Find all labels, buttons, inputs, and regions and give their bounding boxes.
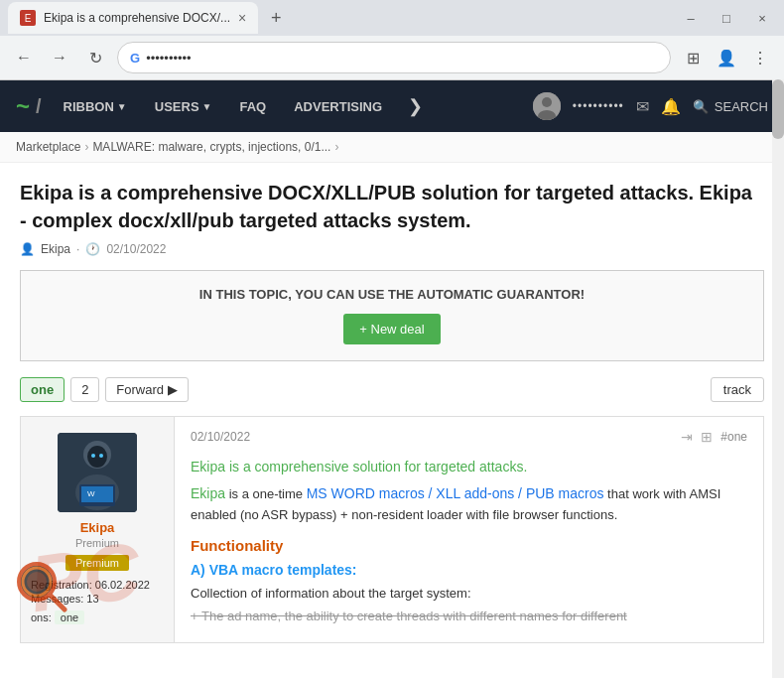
breadcrumb-marketplace[interactable]: Marketplace — [16, 140, 80, 154]
extensions-button[interactable]: ⊞ — [679, 49, 707, 68]
post-date: 02/10/2022 — [106, 242, 166, 256]
post-timestamp: 02/10/2022 — [191, 430, 250, 444]
tab-right-controls: – □ × — [677, 11, 776, 26]
username-dots: •••••••••• — [573, 99, 624, 113]
forward-button[interactable]: → — [46, 44, 73, 71]
functionality-section-title: Functionality — [191, 537, 747, 554]
clock-icon: 🕐 — [85, 242, 100, 256]
breadcrumb-malware: MALWARE: malware, crypts, injections, 0/… — [92, 140, 330, 154]
vba-subsection-title: A) VBA macro templates: — [191, 562, 747, 578]
post-title: Ekipa is a comprehensive DOCX/XLL/PUB so… — [20, 179, 764, 234]
url-text: •••••••••• — [146, 51, 658, 66]
post-green-line2: Ekipa is a one-time MS WORD macros / XLL… — [191, 483, 747, 525]
forum-post: W Ekipa Premium Premium Registration: 06… — [20, 416, 764, 643]
site-header: ~ / RIBBON ▼ USERS ▼ FAQ ADVERTISING ❯ — [0, 80, 784, 132]
google-favicon: G — [130, 51, 140, 66]
premium-badge: Premium — [65, 555, 129, 571]
username-label[interactable]: Ekipa — [80, 520, 115, 535]
maximize-button[interactable]: □ — [713, 11, 740, 26]
post-content-area: 02/10/2022 ⇥ ⊞ #one Ekipa is a comprehen… — [175, 417, 763, 642]
post-hash-link[interactable]: #one — [720, 430, 747, 444]
nav-ribbon[interactable]: RIBBON ▼ — [58, 95, 133, 118]
site-logo: ~ / — [16, 92, 42, 120]
messages-detail: Messages: 13 — [31, 593, 164, 605]
post-actions: ⇥ ⊞ #one — [681, 429, 747, 445]
address-right-controls: ⊞ 👤 ⋮ — [679, 49, 774, 68]
track-button[interactable]: track — [711, 377, 764, 402]
address-bar: ← → ↻ G •••••••••• ⊞ 👤 ⋮ — [0, 36, 784, 79]
logo-tilde: ~ — [16, 92, 30, 120]
nav-faq[interactable]: FAQ — [233, 95, 272, 118]
dot-separator: · — [76, 242, 79, 256]
ribbon-chevron-icon: ▼ — [117, 101, 127, 112]
svg-point-7 — [91, 454, 95, 458]
svg-point-1 — [542, 97, 552, 107]
pagination: one 2 Forward ▶ track — [20, 377, 764, 402]
nav-advertising[interactable]: ADVERTISING — [288, 95, 388, 118]
nav-more-icon[interactable]: ❯ — [404, 91, 427, 121]
bookmark-icon[interactable]: ⊞ — [701, 429, 713, 445]
search-button[interactable]: 🔍 SEARCH — [693, 99, 768, 114]
bell-icon[interactable]: 🔔 — [661, 97, 681, 116]
list-item-1: Collection of information about the targ… — [191, 584, 747, 604]
browser-chrome: E Ekipa is a comprehensive DOCX/... × + … — [0, 0, 784, 80]
tab-favicon: E — [20, 10, 36, 26]
user-role-label: Premium — [75, 537, 119, 549]
reactions-detail: ons: one — [31, 607, 164, 624]
registration-detail: Registration: 06.02.2022 — [31, 579, 164, 591]
mail-icon[interactable]: ✉ — [636, 97, 649, 116]
main-content: Ekipa is a comprehensive DOCX/XLL/PUB so… — [0, 163, 784, 659]
page-1-button[interactable]: one — [20, 377, 65, 402]
nav-users[interactable]: USERS ▼ — [149, 95, 218, 118]
breadcrumb: Marketplace › MALWARE: malware, crypts, … — [0, 132, 784, 163]
forward-button[interactable]: Forward ▶ — [105, 377, 188, 402]
tab-title: Ekipa is a comprehensive DOCX/... — [44, 11, 230, 25]
svg-point-8 — [99, 454, 103, 458]
new-tab-button[interactable]: + — [262, 4, 290, 32]
guarantor-title: IN THIS TOPIC, YOU CAN USE THE AUTOMATIC… — [37, 287, 747, 302]
scrollbar-thumb[interactable] — [772, 79, 784, 139]
users-chevron-icon: ▼ — [202, 101, 212, 112]
header-right: •••••••••• ✉ 🔔 🔍 SEARCH — [533, 92, 768, 120]
profile-button[interactable]: 👤 — [713, 49, 740, 68]
tab-close-button[interactable]: × — [238, 10, 246, 26]
share-icon[interactable]: ⇥ — [681, 429, 693, 445]
browser-tab[interactable]: E Ekipa is a comprehensive DOCX/... × — [8, 2, 258, 34]
back-button[interactable]: ← — [10, 44, 38, 71]
user-avatar-image: W — [58, 433, 137, 512]
post-green-line1: Ekipa is a comprehensive solution for ta… — [191, 457, 747, 477]
avatar-image — [533, 92, 561, 120]
post-user-panel: W Ekipa Premium Premium Registration: 06… — [21, 417, 175, 642]
url-bar[interactable]: G •••••••••• — [117, 42, 671, 73]
reactions-value: one — [55, 610, 84, 624]
scrollbar-track — [772, 79, 784, 678]
search-icon: 🔍 — [693, 99, 709, 114]
user-avatar[interactable] — [533, 92, 561, 120]
breadcrumb-separator-2: › — [334, 140, 338, 154]
list-item-2: + The ad name, the ability to create thr… — [191, 607, 747, 626]
page-2-button[interactable]: 2 — [70, 377, 99, 402]
menu-button[interactable]: ⋮ — [746, 49, 774, 68]
close-button[interactable]: × — [748, 11, 776, 26]
svg-text:W: W — [87, 489, 95, 498]
new-deal-button[interactable]: + New deal — [343, 314, 440, 344]
minimize-button[interactable]: – — [677, 11, 705, 26]
tab-bar: E Ekipa is a comprehensive DOCX/... × + … — [0, 0, 784, 36]
svg-rect-10 — [81, 486, 113, 502]
macros-link[interactable]: MS WORD macros / XLL add-ons / PUB macro… — [307, 485, 604, 501]
guarantor-box: IN THIS TOPIC, YOU CAN USE THE AUTOMATIC… — [20, 270, 764, 361]
refresh-button[interactable]: ↻ — [81, 44, 109, 71]
post-meta: 👤 Ekipa · 🕐 02/10/2022 — [20, 242, 764, 256]
post-content-header: 02/10/2022 ⇥ ⊞ #one — [191, 429, 747, 445]
ekipa-link[interactable]: Ekipa — [191, 485, 225, 501]
breadcrumb-separator-1: › — [84, 140, 88, 154]
svg-point-6 — [87, 446, 107, 468]
logo-slash: / — [36, 95, 42, 118]
post-author[interactable]: Ekipa — [41, 242, 70, 256]
author-icon: 👤 — [20, 242, 35, 256]
